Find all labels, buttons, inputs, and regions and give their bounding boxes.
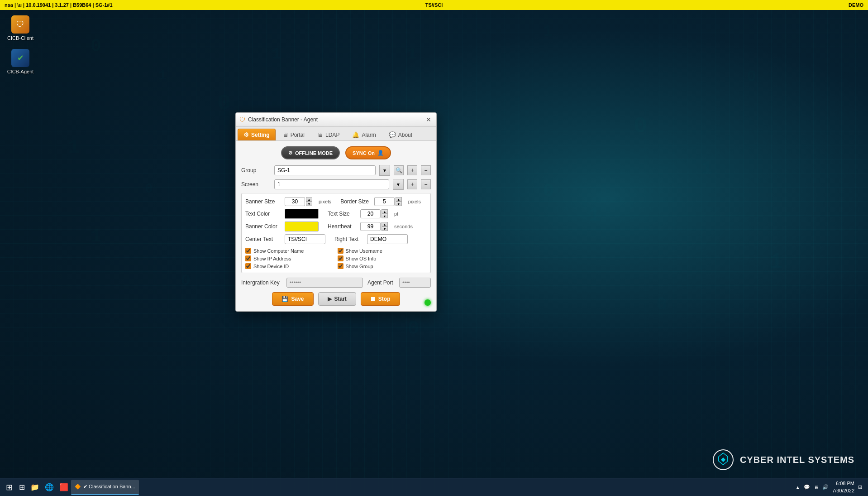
text-color-label: Text Color <box>245 211 279 217</box>
show-group-checkbox[interactable] <box>338 263 343 269</box>
group-dropdown-button[interactable]: ▼ <box>379 165 390 176</box>
task-view-button[interactable]: ⊞ <box>16 480 28 495</box>
settings-box: Banner Size ▲ ▼ pixels Border Size ▲ ▼ <box>241 193 431 273</box>
show-device-id-checkbox[interactable] <box>245 263 251 269</box>
border-size-down[interactable]: ▼ <box>396 202 402 206</box>
tab-alarm[interactable]: 🔔 Alarm <box>346 129 382 140</box>
screen-dropdown-button[interactable]: ▼ <box>393 179 404 190</box>
border-size-unit: pixels <box>408 199 421 204</box>
heartbeat-up[interactable]: ▲ <box>382 222 388 226</box>
banner-size-up[interactable]: ▲ <box>306 197 312 202</box>
start-button[interactable]: ▶ Start <box>318 292 356 306</box>
stop-button[interactable]: ⏹ Stop <box>361 292 400 306</box>
cyber-intel-text: CYBER INTEL SYSTEMS <box>740 455 854 465</box>
integration-key-input[interactable] <box>286 278 363 288</box>
text-size-up[interactable]: ▲ <box>382 209 388 214</box>
ldap-tab-icon: 🖥 <box>317 131 323 138</box>
sync-on-button[interactable]: SYNC On 👤 <box>345 146 391 159</box>
desktop-icon-cicb-agent[interactable]: ✔ CICB-Agent <box>5 47 36 76</box>
text-size-control: ▲ ▼ <box>360 209 388 218</box>
cyber-intel-logo: CYBER INTEL SYSTEMS <box>712 448 854 471</box>
show-username-checkbox[interactable] <box>338 248 343 254</box>
heartbeat-down[interactable]: ▼ <box>382 226 388 231</box>
screen-row: Screen ▼ + − <box>241 179 431 190</box>
setting-tab-icon: ⚙ <box>243 131 249 138</box>
banner-size-down[interactable]: ▼ <box>306 202 312 206</box>
border-size-up[interactable]: ▲ <box>396 197 402 202</box>
save-button[interactable]: 💾 Save <box>272 292 313 306</box>
show-group-label: Show Group <box>346 264 373 269</box>
offline-mode-button[interactable]: ⊘ OFFLINE MODE <box>281 146 340 159</box>
start-button-taskbar[interactable]: ⊞ <box>2 480 16 495</box>
show-computer-name-checkbox[interactable] <box>245 248 251 254</box>
agent-port-label: Agent Port <box>367 279 395 286</box>
screen-add-button[interactable]: + <box>407 179 417 189</box>
right-text-label: Right Text <box>334 236 362 242</box>
show-device-id-label: Show Device ID <box>253 264 289 269</box>
cicb-agent-icon: ✔ <box>11 49 29 67</box>
show-username-label: Show Username <box>346 248 382 254</box>
show-computer-name-row: Show Computer Name <box>245 248 335 254</box>
show-ip-address-checkbox[interactable] <box>245 255 251 261</box>
group-label: Group <box>241 167 271 173</box>
banner-size-input[interactable] <box>285 197 305 206</box>
border-size-control: ▲ ▼ <box>374 197 402 206</box>
file-explorer-button[interactable]: 📁 <box>28 480 42 495</box>
classification-banner-dialog: 🛡 Classification Banner - Agent ✕ ⚙ Sett… <box>235 112 437 312</box>
banner-right-text: DEMO <box>849 2 863 8</box>
stop-icon: ⏹ <box>370 296 376 302</box>
sync-icon: 👤 <box>377 150 384 156</box>
show-os-info-checkbox[interactable] <box>338 255 343 261</box>
taskbar-notification-icon[interactable]: ⊞ <box>858 484 862 490</box>
heartbeat-label: Heartbeat <box>328 223 355 230</box>
text-size-down[interactable]: ▼ <box>382 214 388 218</box>
right-text-input[interactable] <box>367 234 408 244</box>
sync-label: SYNC On <box>353 150 375 156</box>
heartbeat-input[interactable] <box>360 222 381 231</box>
top-classification-banner: nsa | \u | 10.0.19041 | 3.1.27 | B59B64 … <box>0 0 868 10</box>
tab-about[interactable]: 💬 About <box>383 129 418 140</box>
text-color-swatch[interactable] <box>285 209 319 219</box>
group-search-button[interactable]: 🔍 <box>394 165 404 175</box>
banner-size-control: ▲ ▼ <box>285 197 312 206</box>
dialog-close-button[interactable]: ✕ <box>424 116 433 124</box>
save-icon: 💾 <box>281 296 288 302</box>
show-ip-address-label: Show IP Address <box>253 256 291 261</box>
taskbar-arrow-icon[interactable]: ▲ <box>795 485 800 490</box>
status-row: ⊘ OFFLINE MODE SYNC On 👤 <box>241 146 431 159</box>
center-text-input[interactable] <box>285 234 325 244</box>
text-size-input[interactable] <box>360 209 381 218</box>
group-input[interactable] <box>274 165 376 175</box>
program1-button[interactable]: 🟥 <box>57 480 71 495</box>
about-tab-icon: 💬 <box>389 131 396 138</box>
show-os-info-row: Show OS Info <box>338 255 427 261</box>
tab-ldap[interactable]: 🖥 LDAP <box>311 129 345 140</box>
classification-bann-taskbar[interactable]: 🔶 ✔ Classification Bann... <box>71 480 139 495</box>
show-os-info-label: Show OS Info <box>346 256 377 261</box>
tab-setting[interactable]: ⚙ Setting <box>238 129 276 140</box>
tab-portal[interactable]: 🖥 Portal <box>277 129 310 140</box>
taskbar-display-icon[interactable]: 🖥 <box>814 485 819 490</box>
ldap-tab-label: LDAP <box>325 132 339 138</box>
heartbeat-unit: seconds <box>394 224 413 229</box>
group-add-button[interactable]: + <box>407 165 417 175</box>
right-checkboxes: Show Username Show OS Info Show Group <box>338 248 427 269</box>
cicb-agent-label: CICB-Agent <box>7 69 34 74</box>
desktop-icon-cicb-client[interactable]: 🛡 CICB-Client <box>5 14 36 43</box>
dialog-title-icon: 🛡 <box>239 116 245 123</box>
show-group-row: Show Group <box>338 263 427 269</box>
banner-color-swatch[interactable] <box>285 222 319 231</box>
screen-remove-button[interactable]: − <box>421 179 431 189</box>
classification-bann-label: ✔ Classification Bann... <box>83 484 135 490</box>
taskbar-volume-icon[interactable]: 🔊 <box>822 484 829 490</box>
border-size-input[interactable] <box>374 197 395 206</box>
show-username-row: Show Username <box>338 248 427 254</box>
start-label: Start <box>334 296 347 302</box>
agent-port-input[interactable] <box>399 278 431 288</box>
taskbar-chat-icon[interactable]: 💬 <box>804 484 810 490</box>
heartbeat-control: ▲ ▼ <box>360 222 388 231</box>
browser-button[interactable]: 🌐 <box>42 480 57 495</box>
group-remove-button[interactable]: − <box>421 165 431 175</box>
dialog-titlebar: 🛡 Classification Banner - Agent ✕ <box>236 113 436 127</box>
screen-input[interactable] <box>274 179 389 189</box>
